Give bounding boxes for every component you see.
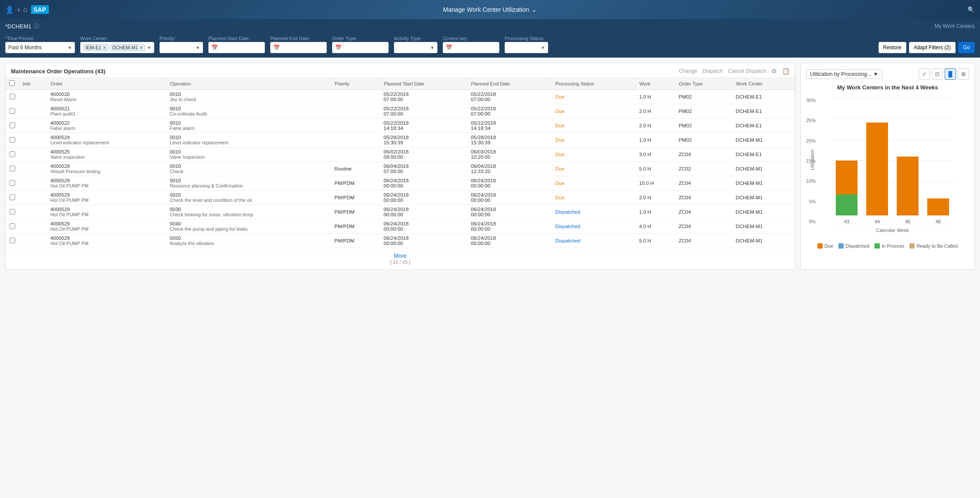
app-title-bar: Manage Work Center Utilization ⌄	[443, 6, 537, 13]
bars-container: 43444546	[831, 98, 953, 224]
operation-code: 0010	[170, 149, 328, 154]
order-description: Level indicator replacement	[50, 140, 163, 145]
time-period-select[interactable]: Past 6 Months ▼	[5, 42, 75, 53]
row-operation: 0010 Valve Inspection	[166, 147, 331, 162]
operation-code: 0010	[170, 106, 328, 111]
go-button[interactable]: Go	[958, 42, 975, 53]
planned-end-calendar-icon[interactable]: 📅	[273, 44, 280, 51]
row-checkbox-cell	[6, 133, 19, 147]
chart-type-select[interactable]: Utilization by Processing... ▼	[806, 69, 882, 79]
cancel-dispatch-button[interactable]: Cancel Dispatch	[728, 68, 766, 74]
order-number[interactable]: 4000529	[50, 192, 163, 198]
order-number[interactable]: 4000525	[50, 149, 163, 154]
operation-description: Co-ordinate Audit	[170, 111, 328, 116]
order-number[interactable]: 4000521	[50, 106, 163, 111]
row-checkbox[interactable]	[10, 166, 15, 171]
row-work: 4.0 H	[636, 219, 675, 234]
row-checkbox[interactable]	[10, 238, 15, 243]
row-order: 4000529 Hot Oil PUMP PM	[47, 234, 166, 248]
more-link[interactable]: More	[10, 252, 790, 259]
export-icon[interactable]: 📋	[782, 68, 790, 75]
row-order: 4000529 Hot Oil PUMP PM	[47, 219, 166, 234]
row-status: Due	[552, 147, 635, 162]
control-key-input[interactable]: 📅	[443, 42, 499, 53]
chart-popout-btn[interactable]: ⊡	[932, 68, 943, 80]
row-checkbox[interactable]	[10, 123, 15, 128]
order-type-select[interactable]: 📅	[332, 42, 389, 53]
planned-start-input[interactable]: 📅	[208, 42, 265, 53]
row-checkbox[interactable]	[10, 94, 15, 99]
row-order-type: PM02	[675, 119, 732, 133]
search-icon[interactable]: 🔍	[967, 6, 975, 13]
my-work-centers-link[interactable]: My Work Centers	[935, 23, 975, 29]
row-checkbox-cell	[6, 104, 19, 119]
y-label-30: 30%	[806, 98, 816, 103]
row-checkbox[interactable]	[10, 108, 15, 114]
remove-tag-2[interactable]: ✕	[139, 45, 143, 50]
row-checkbox[interactable]	[10, 137, 15, 143]
processing-status-select[interactable]: ▼	[505, 42, 548, 53]
row-operation: 0010 Level indicator replacement	[166, 133, 331, 147]
row-operation: 0030 Check bearing for noise, vibration,…	[166, 205, 331, 219]
table-actions: Change Dispatch Cancel Dispatch ⚙ 📋	[679, 68, 790, 75]
col-work-center: Work Center	[732, 78, 794, 90]
table-row: 4000529 Hot Oil PUMP PM 0040 Check the p…	[6, 219, 795, 234]
row-checkbox-cell	[6, 234, 19, 248]
row-checkbox[interactable]	[10, 223, 15, 229]
bar-segment	[897, 157, 919, 215]
row-checkbox-cell	[6, 162, 19, 176]
order-number[interactable]: 4000522	[50, 120, 163, 126]
priority-caret: ▼	[196, 45, 200, 50]
order-number[interactable]: 4000528	[50, 164, 163, 169]
priority-select[interactable]: ▼	[159, 42, 203, 53]
operation-code: 0030	[170, 207, 328, 212]
legend-label: Dispatched	[845, 243, 869, 249]
order-number[interactable]: 4000529	[50, 207, 163, 212]
row-status: Due	[552, 104, 635, 119]
activity-type-select[interactable]: ▼	[394, 42, 437, 53]
row-planned-start: 06/24/201800:00:00	[380, 205, 467, 219]
chart-bar-btn[interactable]: ▐▌	[945, 68, 956, 80]
order-number[interactable]: 4000520	[50, 92, 163, 97]
order-number[interactable]: 4000529	[50, 221, 163, 226]
order-number[interactable]: 4000524	[50, 135, 163, 140]
row-info	[19, 205, 47, 219]
operation-description: Resource planning & Confirmation	[170, 183, 328, 188]
filter-bar: *Time Period: Past 6 Months ▼ Work Cente…	[0, 33, 980, 58]
row-checkbox[interactable]	[10, 194, 15, 200]
remove-tag-1[interactable]: ✕	[103, 45, 106, 50]
chart-fullscreen-btn[interactable]: ⤢	[919, 68, 930, 80]
back-icon[interactable]: ‹	[17, 6, 20, 14]
profile-icon[interactable]: 👤	[5, 6, 14, 14]
order-number[interactable]: 4000529	[50, 178, 163, 183]
row-work-center: DCHEM-E1	[732, 147, 794, 162]
row-work-center: DCHEM-E1	[732, 90, 794, 104]
legend-color	[875, 243, 880, 249]
settings-icon[interactable]: ⚙	[771, 68, 777, 75]
row-operation: 0010 False alarm	[166, 119, 331, 133]
info-icon[interactable]: ⓘ	[34, 23, 39, 30]
restore-button[interactable]: Restore	[878, 42, 906, 53]
row-priority	[331, 147, 380, 162]
chart-area-wrapper: Utilization 43444546 Calendar Week	[818, 98, 953, 237]
row-checkbox[interactable]	[10, 209, 15, 215]
chart-grid-btn[interactable]: ⊞	[958, 68, 969, 80]
adapt-filters-button[interactable]: Adapt Filters (2)	[909, 42, 956, 53]
row-checkbox-cell	[6, 90, 19, 104]
planned-end-input[interactable]: 📅	[270, 42, 327, 53]
work-center-select[interactable]: IEM-E1 ✕ DCHEM-M1 ✕ ▼	[80, 42, 154, 53]
operation-code: 0010	[170, 135, 328, 140]
dispatch-button[interactable]: Dispatch	[702, 68, 723, 74]
home-icon[interactable]: ⌂	[23, 6, 27, 14]
main-content: Maintenance Order Operations (43) Change…	[0, 58, 980, 275]
order-number[interactable]: 4000529	[50, 235, 163, 241]
change-button[interactable]: Change	[679, 68, 697, 74]
select-all-checkbox[interactable]	[9, 80, 15, 86]
bar-segment	[836, 194, 858, 215]
planned-start-label: Planned Start Date:	[208, 36, 265, 41]
row-checkbox[interactable]	[10, 180, 15, 186]
row-checkbox[interactable]	[10, 151, 15, 157]
planned-start-calendar-icon[interactable]: 📅	[211, 44, 218, 51]
order-type-label: Order Type:	[332, 36, 389, 41]
row-status: Due	[552, 162, 635, 176]
